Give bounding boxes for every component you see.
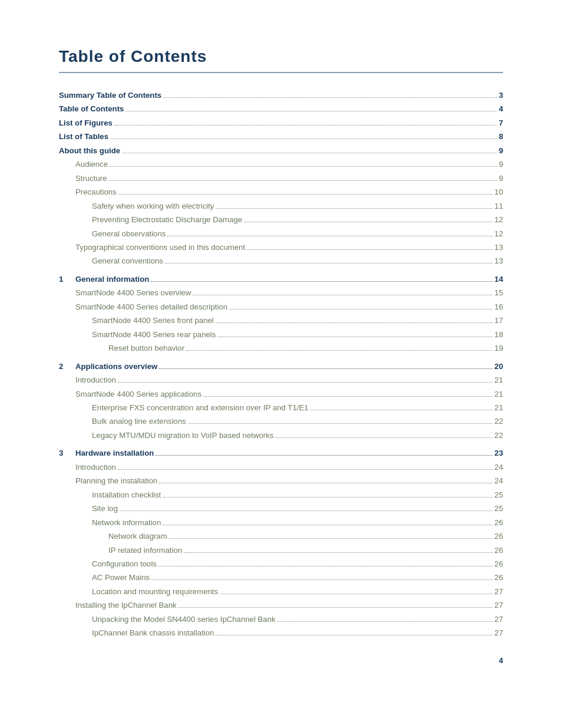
- toc-label-ip-related: IP related information: [108, 545, 182, 556]
- toc-entry-ip-related[interactable]: IP related information26: [59, 545, 503, 556]
- toc-entry-legacy-mtu[interactable]: Legacy MTU/MDU migration to VoIP based n…: [59, 430, 503, 442]
- toc-entry-sn4400-front[interactable]: SmartNode 4400 Series front panel17: [59, 315, 503, 327]
- toc-entry-intro-3[interactable]: Introduction24: [59, 462, 503, 473]
- toc-entry-sn4400-apps[interactable]: SmartNode 4400 Series applications21: [59, 388, 503, 400]
- section-dots-3: [156, 455, 492, 456]
- toc-entry-typographical-conventions[interactable]: Typographical conventions used in this d…: [59, 242, 503, 253]
- toc-dots-safety-electricity: [216, 208, 492, 209]
- toc-page-typographical-conventions: 13: [494, 242, 503, 253]
- toc-entry-sn4400-detailed[interactable]: SmartNode 4400 Series detailed descripti…: [59, 301, 503, 313]
- toc-dots-sn4400-apps: [203, 396, 492, 397]
- section-label-3: Hardware installation: [75, 447, 154, 459]
- toc-page-site-log: 25: [494, 503, 503, 515]
- section-header-3[interactable]: 3Hardware installation23: [59, 447, 503, 459]
- toc-page-list-of-figures: 7: [499, 117, 503, 129]
- toc-dots-sn4400-overview: [193, 295, 492, 295]
- toc-page-enterprise-fxs: 21: [494, 402, 503, 414]
- section-page-3: 23: [494, 447, 503, 459]
- toc-entry-structure[interactable]: Structure9: [59, 173, 503, 185]
- toc-entry-table-of-contents[interactable]: Table of Contents4: [59, 103, 503, 115]
- toc-dots-install-checklist: [163, 497, 492, 498]
- toc-page-ip-related: 26: [494, 545, 503, 556]
- toc-page-unpacking-model: 27: [494, 614, 503, 625]
- toc-entry-unpacking-model[interactable]: Unpacking the Model SN4400 series IpChan…: [59, 614, 503, 625]
- toc-label-legacy-mtu: Legacy MTU/MDU migration to VoIP based n…: [92, 430, 273, 442]
- toc-entry-network-diagram[interactable]: Network diagram26: [59, 531, 503, 542]
- toc-label-about-this-guide: About this guide: [59, 145, 120, 157]
- toc-dots-summary-toc: [163, 97, 497, 98]
- toc-label-intro-2: Introduction: [75, 374, 116, 386]
- toc-label-reset-button: Reset button behavior: [108, 342, 184, 354]
- toc-entry-about-this-guide[interactable]: About this guide9: [59, 145, 503, 157]
- toc-page-network-diagram: 26: [494, 531, 503, 542]
- toc-label-list-of-tables: List of Tables: [59, 131, 108, 143]
- toc-label-table-of-contents: Table of Contents: [59, 103, 124, 115]
- section-label-2: Applications overview: [75, 361, 157, 373]
- toc-label-structure: Structure: [75, 173, 107, 185]
- section-header-1[interactable]: 1General information14: [59, 274, 503, 285]
- toc-dots-sn4400-detailed: [229, 309, 492, 309]
- toc-dots-ac-power: [151, 579, 492, 580]
- toc-entry-reset-button[interactable]: Reset button behavior19: [59, 342, 503, 354]
- toc-page-safety-electricity: 11: [494, 200, 503, 212]
- toc-entry-general-conventions[interactable]: General conventions13: [59, 255, 503, 267]
- toc-page-structure: 9: [499, 173, 503, 185]
- toc-entry-network-info[interactable]: Network information26: [59, 517, 503, 529]
- toc-entry-intro-2[interactable]: Introduction21: [59, 374, 503, 386]
- toc-entry-ipchannel-chassis[interactable]: IpChannel Bank chassis installation27: [59, 627, 503, 639]
- toc-dots-typographical-conventions: [247, 249, 492, 250]
- toc-dots-general-observations: [167, 236, 492, 236]
- toc-page-sn4400-front: 17: [494, 315, 503, 327]
- toc-entry-planning[interactable]: Planning the installation24: [59, 475, 503, 487]
- toc-entry-general-observations[interactable]: General observations12: [59, 228, 503, 240]
- toc-entry-installing-ipchannel[interactable]: Installing the IpChannel Bank27: [59, 599, 503, 611]
- toc-label-preventing-esd: Preventing Electrostatic Discharge Damag…: [92, 214, 242, 226]
- toc-dots-list-of-tables: [110, 139, 497, 139]
- toc-entry-sn4400-rear[interactable]: SmartNode 4400 Series rear panels18: [59, 329, 503, 341]
- toc-entry-list-of-figures[interactable]: List of Figures7: [59, 117, 503, 129]
- toc-page-intro-2: 21: [494, 374, 503, 386]
- toc-entry-preventing-esd[interactable]: Preventing Electrostatic Discharge Damag…: [59, 214, 503, 226]
- toc-entry-safety-electricity[interactable]: Safety when working with electricity11: [59, 200, 503, 212]
- toc-page-sn4400-rear: 18: [494, 329, 503, 341]
- toc-label-general-conventions: General conventions: [92, 255, 163, 267]
- toc-entry-bulk-analog[interactable]: Bulk analog line extensions22: [59, 416, 503, 427]
- section-page-1: 14: [494, 274, 503, 285]
- section-header-2[interactable]: 2Applications overview20: [59, 361, 503, 373]
- toc-entry-location-mounting[interactable]: Location and mounting requirements27: [59, 586, 503, 598]
- toc-dots-sn4400-front: [216, 322, 493, 323]
- toc-page-preventing-esd: 12: [494, 214, 503, 226]
- toc-dots-precautions: [118, 194, 493, 195]
- toc-dots-structure: [109, 180, 497, 181]
- toc-label-list-of-figures: List of Figures: [59, 117, 113, 129]
- toc-dots-audience: [110, 166, 497, 167]
- toc-entry-config-tools[interactable]: Configuration tools26: [59, 558, 503, 570]
- toc-page-reset-button: 19: [494, 342, 503, 354]
- page-container: Table of Contents Summary Table of Conte…: [0, 0, 562, 689]
- toc-page-general-observations: 12: [494, 228, 503, 240]
- toc-dots-reset-button: [186, 350, 492, 351]
- toc-dots-sn4400-rear: [217, 337, 492, 337]
- toc-entry-sn4400-overview[interactable]: SmartNode 4400 Series overview15: [59, 287, 503, 299]
- toc-entry-install-checklist[interactable]: Installation checklist25: [59, 489, 503, 501]
- toc-entry-precautions[interactable]: Precautions10: [59, 186, 503, 198]
- toc-label-intro-3: Introduction: [75, 462, 116, 473]
- toc-entry-summary-toc[interactable]: Summary Table of Contents3: [59, 90, 503, 101]
- toc-page-precautions: 10: [494, 186, 503, 198]
- toc-page-about-this-guide: 9: [499, 145, 503, 157]
- toc-entry-list-of-tables[interactable]: List of Tables8: [59, 131, 503, 143]
- toc-label-config-tools: Configuration tools: [92, 558, 157, 570]
- toc-entry-audience[interactable]: Audience9: [59, 159, 503, 170]
- section-num-1: 1: [59, 274, 75, 285]
- section-label-1: General information: [75, 274, 149, 285]
- section-dots-2: [159, 368, 492, 369]
- toc-dots-location-mounting: [220, 594, 492, 594]
- toc-entry-enterprise-fxs[interactable]: Enterprise FXS concentration and extensi…: [59, 402, 503, 414]
- toc-entry-site-log[interactable]: Site log25: [59, 503, 503, 515]
- toc-label-bulk-analog: Bulk analog line extensions: [92, 416, 186, 427]
- toc-entry-ac-power[interactable]: AC Power Mains26: [59, 572, 503, 584]
- toc-label-site-log: Site log: [92, 503, 118, 515]
- toc-container: Summary Table of Contents3Table of Conte…: [59, 90, 503, 640]
- toc-dots-list-of-figures: [114, 125, 497, 126]
- toc-page-location-mounting: 27: [494, 586, 503, 598]
